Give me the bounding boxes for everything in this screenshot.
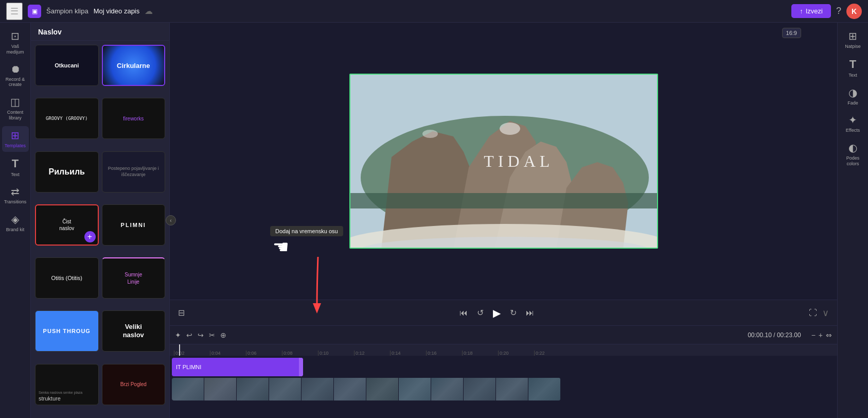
title-card-sumnje[interactable]: SumnjeLinije	[102, 257, 166, 299]
ruler-mark: 0:22	[534, 351, 570, 356]
add-to-timeline-button[interactable]: +	[84, 231, 96, 242]
sidebar-item-transitions[interactable]: ⇄ Transitions	[2, 182, 29, 208]
video-area: TIDAL	[170, 23, 837, 300]
title-card-fade[interactable]: Postepeno pojavljivanje i iščezavanje	[102, 151, 166, 193]
replay-icon: ↺	[477, 308, 484, 318]
app-title: Šampion klipa	[46, 7, 88, 15]
sidebar-item-label: Podes colors	[842, 155, 864, 167]
sidebar-item-effects[interactable]: ✦ Effects	[840, 111, 866, 136]
sidebar-item-fade[interactable]: ◑ Fade	[840, 83, 866, 109]
sidebar-item-record[interactable]: ⏺ Record &create	[2, 60, 29, 91]
zoom-in-button[interactable]: +	[819, 331, 823, 339]
timeline-zoom-controls: − + ⇔	[811, 331, 832, 339]
add-media-button[interactable]: ⊕	[220, 331, 226, 339]
hamburger-icon: ☰	[10, 6, 19, 16]
left-sidebar: ⊡ Vaš medijum ⏺ Record &create ◫ Content…	[0, 23, 31, 418]
title-card-otitis[interactable]: Otitis (Otitis)	[35, 257, 99, 299]
subtitle-button[interactable]: ⊟	[178, 308, 185, 318]
redo-button[interactable]: ↪	[198, 331, 204, 339]
panel-collapse-button[interactable]: ‹	[166, 215, 176, 225]
zoom-out-button[interactable]: −	[811, 331, 816, 339]
title-card-push[interactable]: PUSH THROUG	[35, 310, 99, 352]
brand-icon: ◈	[11, 213, 19, 225]
undo-button[interactable]: ↩	[186, 331, 192, 339]
aspect-ratio-button[interactable]: 16:9	[782, 28, 801, 38]
ruler-mark: 0:10	[318, 351, 354, 356]
card-sublabel: Senka naslova senke plaza	[39, 391, 82, 395]
title-track[interactable]: IT PLIMNI	[172, 358, 303, 376]
sidebar-item-brand-kit[interactable]: ◈ Brand kit	[2, 210, 29, 236]
sidebar-item-podes-colors[interactable]: ◐ Podes colors	[840, 138, 866, 170]
effects-icon: ✦	[848, 114, 857, 126]
timeline-time-display: 00:00.10 / 00:23.00	[748, 332, 801, 339]
ruler-mark: 0:04	[210, 351, 246, 356]
sidebar-item-natpise[interactable]: ⊞ Natpise	[840, 27, 866, 53]
playback-controls: ⊟ ⏮ ↺ ▶ ↻ ⏭	[170, 300, 837, 325]
sidebar-item-label: Fade	[847, 100, 858, 106]
video-thumbnail	[237, 378, 269, 400]
title-card-cist[interactable]: Čistnaslov +	[35, 204, 99, 246]
title-card-groovy[interactable]: GROOVY (GROOVY)	[35, 98, 99, 139]
cloud-sync-icon: ☁	[145, 6, 153, 16]
templates-icon: ⊞	[11, 129, 20, 142]
avatar[interactable]: K	[846, 4, 862, 19]
sidebar-item-text-right[interactable]: T Text	[840, 55, 866, 81]
menu-button[interactable]: ☰	[6, 3, 23, 20]
topbar: ☰ ▣ Šampion klipa Moj video zapis ☁ ↑ Iz…	[0, 0, 868, 23]
video-thumbnail	[334, 378, 366, 400]
video-thumbnail	[399, 378, 431, 400]
play-button[interactable]: ▶	[493, 307, 501, 319]
title-card-cirkularne[interactable]: Cirkularne	[102, 45, 166, 86]
ruler-mark: 0:18	[462, 351, 498, 356]
title-card-brzi[interactable]: Brzi Pogled	[102, 364, 166, 405]
title-card-veliki[interactable]: Velikinaslov	[102, 310, 166, 352]
sidebar-item-vas-medijum[interactable]: ⊡ Vaš medijum	[2, 27, 29, 58]
title-card-cyrillic[interactable]: Рильиль	[35, 151, 99, 193]
video-thumbnail	[431, 378, 463, 400]
video-thumbnail	[464, 378, 495, 400]
video-thumbnail	[528, 378, 560, 400]
title-card-fireworks[interactable]: fireworks	[102, 98, 166, 139]
skip-forward-button[interactable]: ⏭	[526, 308, 534, 318]
dropdown-button[interactable]: ∨	[822, 307, 829, 319]
video-track[interactable]	[172, 378, 835, 400]
sidebar-item-label: Brand kit	[6, 227, 25, 233]
title-track-resize-handle[interactable]	[299, 358, 303, 376]
video-track-row	[170, 376, 837, 402]
ruler-marks: 0:02 0:04 0:06 0:08 0:10 0:12 0:14 0:16 …	[172, 344, 570, 356]
select-tool-button[interactable]: ✦	[175, 331, 181, 339]
timeline-tracks: IT PLIMNI	[170, 356, 837, 418]
file-name[interactable]: Moj video zapis	[94, 7, 140, 15]
sidebar-item-label: Content library	[4, 110, 27, 121]
title-card-otkucani[interactable]: Otkucani	[35, 45, 99, 86]
ruler-mark: 0:08	[282, 351, 318, 356]
title-card-plimni[interactable]: PLIMNI	[102, 204, 166, 246]
replay-button[interactable]: ↺	[477, 308, 484, 318]
forward-button[interactable]: ↻	[510, 308, 517, 318]
title-card-strukture[interactable]: Senka naslova senke plaza strukture	[35, 364, 99, 405]
sidebar-item-label: Text	[848, 73, 857, 78]
titles-grid: Otkucani Cirkularne GROOVY (GROOVY) fire…	[31, 41, 169, 418]
record-icon: ⏺	[10, 63, 21, 75]
sidebar-item-content-library[interactable]: ◫ Content library	[2, 93, 29, 124]
ruler-mark: 0:14	[390, 351, 426, 356]
title-track-label: IT PLIMNI	[176, 364, 201, 370]
sidebar-item-templates[interactable]: ⊞ Templates	[2, 126, 29, 152]
card-label: GROOVY (GROOVY)	[46, 116, 87, 121]
video-thumbnail	[204, 378, 236, 400]
app-logo: ▣	[28, 5, 41, 18]
panel-wrapper: Naslov Otkucani Cirkularne GROOVY (GROOV…	[31, 23, 170, 418]
sidebar-item-text[interactable]: T Text	[2, 154, 29, 181]
fullscreen-button[interactable]: ⛶	[809, 308, 817, 318]
card-label: Cirkularne	[117, 62, 150, 69]
card-label: Otitis (Otitis)	[51, 275, 83, 281]
split-button[interactable]: ✂	[209, 331, 215, 339]
card-label: SumnjeLinije	[125, 271, 142, 286]
captions-icon: ⊞	[848, 30, 857, 42]
fit-timeline-button[interactable]: ⇔	[826, 331, 832, 339]
export-button[interactable]: ↑ Izvezi	[791, 4, 831, 18]
playhead[interactable]	[179, 344, 180, 356]
skip-back-button[interactable]: ⏮	[459, 308, 468, 318]
video-thumbnail	[269, 378, 301, 400]
help-button[interactable]: ?	[836, 6, 841, 16]
